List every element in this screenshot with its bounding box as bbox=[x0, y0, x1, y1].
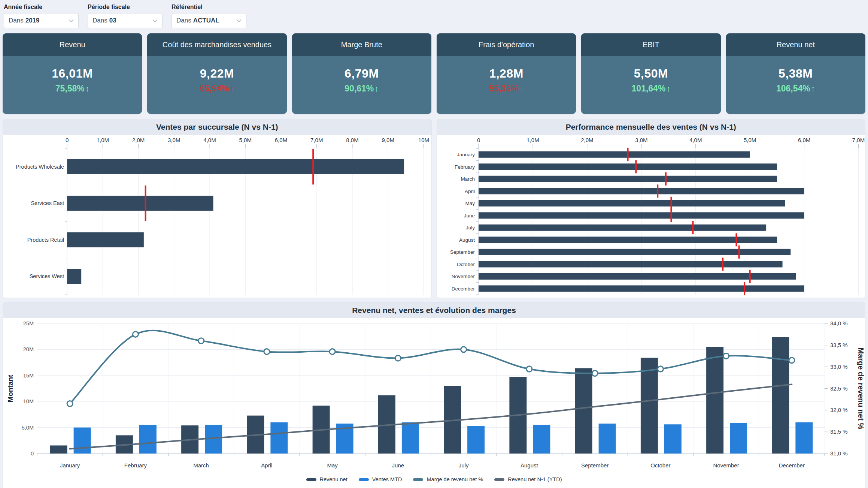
bar[interactable] bbox=[575, 368, 592, 454]
branch-sales-panel: Ventes par succursale (N vs N-1) 01,0M2,… bbox=[3, 119, 432, 298]
bar[interactable] bbox=[599, 424, 616, 454]
bar[interactable] bbox=[479, 188, 804, 194]
bar[interactable] bbox=[139, 425, 157, 454]
select-prefix: Dans bbox=[176, 17, 191, 24]
legend-chip bbox=[306, 478, 316, 481]
kpi-delta: 101,64% bbox=[632, 84, 666, 94]
month-label: May bbox=[327, 462, 338, 469]
target-line[interactable] bbox=[722, 257, 723, 271]
filter-label: Année fiscale bbox=[4, 4, 79, 10]
legend-item-ventes-mtd[interactable]: Ventes MTD bbox=[359, 476, 402, 482]
line-marker[interactable] bbox=[133, 331, 138, 337]
target-line[interactable] bbox=[145, 186, 146, 221]
target-line[interactable] bbox=[744, 282, 745, 295]
fiscal-year-select[interactable]: Dans 2019 bbox=[4, 13, 79, 28]
y-tick-label-right: 32,0 % bbox=[830, 407, 848, 413]
kpi-delta: 90,61% bbox=[345, 84, 374, 94]
category-label: August bbox=[459, 237, 475, 243]
bar[interactable] bbox=[74, 428, 91, 454]
bar[interactable] bbox=[67, 232, 144, 247]
bar[interactable] bbox=[67, 196, 213, 211]
bar[interactable] bbox=[402, 422, 419, 454]
net-revenue-trend-panel: Revenu net, ventes et évolution des marg… bbox=[3, 302, 865, 488]
line-marker[interactable] bbox=[789, 358, 795, 363]
bar[interactable] bbox=[467, 426, 485, 454]
line-marker[interactable] bbox=[461, 347, 467, 352]
line-marker[interactable] bbox=[723, 353, 729, 359]
x-tick-label: 7,0M bbox=[852, 137, 864, 143]
legend-item-revenu-net[interactable]: Revenu net bbox=[306, 476, 347, 482]
chevron-down-icon bbox=[236, 19, 242, 22]
bar[interactable] bbox=[479, 151, 750, 158]
target-line[interactable] bbox=[670, 209, 672, 222]
bar[interactable] bbox=[479, 237, 777, 243]
kpi-value: 5,50M bbox=[634, 67, 668, 81]
x-tick-label: 2,0M bbox=[132, 137, 145, 143]
bar[interactable] bbox=[479, 176, 777, 182]
line-marker[interactable] bbox=[395, 355, 401, 361]
bar[interactable] bbox=[664, 424, 682, 454]
referential-select[interactable]: Dans ACTUAL bbox=[172, 13, 246, 28]
category-label: Services East bbox=[31, 200, 64, 206]
x-tick-label: 1,0M bbox=[526, 137, 539, 143]
month-label: August bbox=[521, 462, 538, 469]
bar[interactable] bbox=[795, 422, 813, 454]
filter-bar: Année fiscale Dans 2019 Période fiscale … bbox=[3, 3, 865, 32]
line-marker[interactable] bbox=[198, 338, 204, 344]
x-tick-label: 3,0M bbox=[168, 137, 180, 143]
kpi-title: Frais d'opération bbox=[479, 40, 534, 49]
target-line[interactable] bbox=[749, 270, 750, 283]
target-line[interactable] bbox=[665, 172, 667, 186]
line-marker[interactable] bbox=[526, 366, 532, 372]
category-label: March bbox=[461, 176, 475, 182]
bar[interactable] bbox=[479, 273, 796, 280]
bar[interactable] bbox=[67, 159, 404, 174]
target-line[interactable] bbox=[692, 221, 694, 234]
bar[interactable] bbox=[730, 423, 747, 454]
trend-up-icon: ↑ bbox=[374, 84, 379, 94]
bar[interactable] bbox=[479, 261, 783, 267]
bar[interactable] bbox=[641, 358, 658, 454]
bar[interactable] bbox=[479, 212, 804, 219]
x-tick-label: 8,0M bbox=[346, 137, 358, 143]
bar[interactable] bbox=[67, 269, 81, 284]
line-marker[interactable] bbox=[330, 349, 335, 355]
bar[interactable] bbox=[270, 422, 288, 454]
bar[interactable] bbox=[50, 445, 67, 454]
select-value: 2019 bbox=[25, 17, 69, 24]
target-line[interactable] bbox=[657, 184, 658, 198]
legend-item-marge[interactable]: Marge de revenu net % bbox=[413, 476, 483, 482]
trend-up-icon: ↑ bbox=[811, 84, 815, 94]
target-line[interactable] bbox=[627, 148, 628, 161]
legend-item-revenu-n1[interactable]: Revenu net N-1 (YTD) bbox=[494, 476, 562, 482]
line-marker[interactable] bbox=[658, 366, 663, 372]
bar[interactable] bbox=[772, 337, 789, 454]
month-label: July bbox=[459, 462, 469, 469]
bar[interactable] bbox=[706, 347, 723, 454]
target-line[interactable] bbox=[738, 245, 740, 259]
bar[interactable] bbox=[479, 249, 790, 255]
bar[interactable] bbox=[479, 163, 777, 170]
chart-title: Revenu net, ventes et évolution des marg… bbox=[3, 302, 865, 318]
line-marker[interactable] bbox=[264, 349, 270, 355]
target-line[interactable] bbox=[635, 160, 637, 173]
bar[interactable] bbox=[479, 285, 804, 292]
category-label: Products Retail bbox=[27, 237, 64, 243]
month-label: January bbox=[60, 462, 80, 469]
kpi-value: 16,01M bbox=[52, 67, 93, 81]
legend-chip bbox=[413, 478, 423, 481]
fiscal-period-select[interactable]: Dans 03 bbox=[88, 13, 163, 28]
target-line[interactable] bbox=[735, 233, 737, 246]
bar[interactable] bbox=[479, 225, 766, 231]
bar[interactable] bbox=[533, 425, 550, 454]
kpi-delta: 106,54% bbox=[776, 84, 810, 94]
target-line[interactable] bbox=[312, 149, 314, 184]
y-tick-label-left: 0 bbox=[31, 451, 34, 457]
line-marker[interactable] bbox=[592, 371, 598, 376]
select-value: 03 bbox=[109, 17, 152, 24]
month-label: June bbox=[392, 462, 404, 469]
line-marker[interactable] bbox=[67, 401, 73, 406]
filter-fiscal-year: Année fiscale Dans 2019 bbox=[4, 4, 79, 28]
bar[interactable] bbox=[479, 200, 785, 207]
target-line[interactable] bbox=[670, 197, 672, 210]
